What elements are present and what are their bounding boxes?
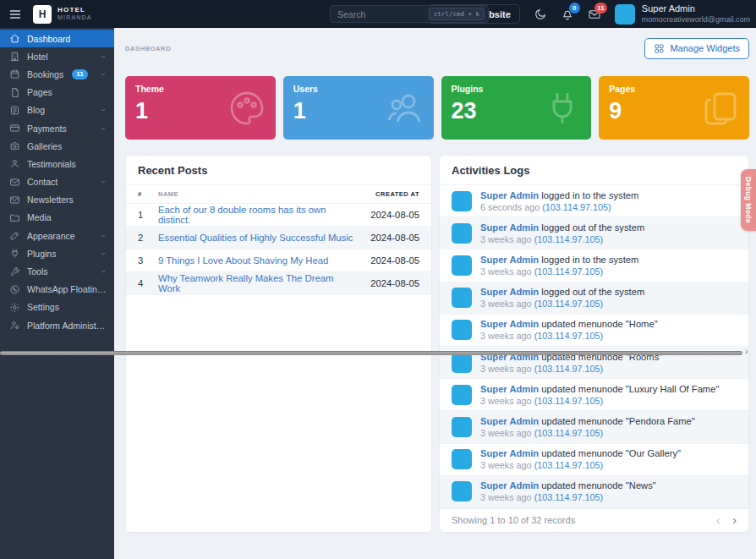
activity-actor-link[interactable]: Super Admin — [480, 480, 539, 490]
sidebar-item[interactable]: Plugins — [0, 244, 114, 262]
activity-row: Super Admin updated menunode "Home" 3 we… — [440, 315, 748, 347]
sidebar-item[interactable]: Payments — [0, 119, 114, 137]
plug-icon — [9, 248, 20, 259]
messages-button[interactable]: 11 — [588, 8, 601, 21]
user-meta[interactable]: Super Admin momocreativeworld@gmail.com — [642, 3, 750, 25]
post-link[interactable]: Essential Qualities of Highly Successful… — [158, 233, 353, 243]
sidebar-item[interactable]: Blog — [0, 101, 114, 119]
activity-ip-link[interactable]: (103.114.97.105) — [534, 492, 603, 502]
chevron-down-icon — [100, 107, 107, 113]
chevron-down-icon — [100, 53, 107, 60]
activity-actor-link[interactable]: Super Admin — [480, 384, 539, 394]
top-header: H HOTEL MIRANDA ctrl/cmd + k View websit… — [0, 0, 756, 28]
hotel-icon — [9, 51, 20, 62]
activity-ip-link[interactable]: (103.114.97.105) — [534, 396, 603, 406]
activity-avatar — [452, 320, 472, 340]
sidebar-item[interactable]: Galleries — [0, 137, 114, 155]
global-search[interactable]: ctrl/cmd + k — [330, 5, 489, 23]
activity-actor-link[interactable]: Super Admin — [480, 448, 539, 458]
sidebar-item-label: Blog — [27, 105, 45, 115]
sidebar-item-label: Dashboard — [27, 34, 70, 44]
activity-ip-link[interactable]: (103.114.97.105) — [534, 364, 603, 374]
activity-avatar — [452, 385, 472, 405]
sidebar-item[interactable]: Settings — [0, 299, 114, 316]
sidebar-item-label: Plugins — [27, 249, 56, 259]
credit-card-icon — [9, 123, 20, 134]
activity-row: Super Admin logged in to the system 3 we… — [440, 249, 748, 282]
activity-ip-link[interactable]: (103.114.97.105) — [534, 234, 603, 244]
activity-time: 3 weeks ago — [480, 234, 534, 244]
moon-icon — [534, 8, 547, 21]
activity-actor-link[interactable]: Super Admin — [480, 222, 539, 233]
sidebar-item-label: WhatsApp Floating Button — [27, 284, 107, 294]
activity-ip-link[interactable]: (103.114.97.105) — [534, 266, 603, 277]
activity-actor-link[interactable]: Super Admin — [480, 287, 539, 297]
activities-logs-card: Activities Logs Super Admin logged in to… — [439, 155, 749, 533]
pagination-prev-button[interactable]: ‹ — [716, 513, 720, 527]
pagination: ‹ › — [716, 513, 737, 527]
recent-posts-table-body: 1 Each of our 8 double rooms has its own… — [126, 204, 431, 295]
dark-mode-toggle[interactable] — [534, 8, 547, 21]
sidebar-item[interactable]: WhatsApp Floating Button — [0, 281, 114, 299]
notifications-button[interactable]: 0 — [561, 8, 574, 21]
chevron-down-icon — [100, 268, 107, 275]
sidebar-item[interactable]: Pages — [0, 84, 114, 101]
sidebar-item[interactable]: Appearance — [0, 227, 114, 244]
activity-ip-link[interactable]: (103.114.97.105) — [534, 428, 603, 438]
person-gear-icon — [9, 320, 20, 331]
post-link[interactable]: Each of our 8 double rooms has its own d… — [158, 205, 326, 225]
sidebar-item-label: Testimonials — [27, 159, 76, 169]
user-avatar[interactable] — [615, 4, 635, 25]
activity-actor-link[interactable]: Super Admin — [480, 255, 539, 265]
activity-actor-link[interactable]: Super Admin — [480, 190, 539, 200]
user-name: Super Admin — [642, 3, 750, 15]
sidebar-item-label: Newsletters — [27, 195, 74, 205]
post-created-at: 2024-08-05 — [360, 233, 419, 243]
chevron-down-icon — [100, 250, 107, 257]
debug-mode-ribbon[interactable]: Debug Mode — [741, 169, 756, 231]
activity-avatar — [452, 223, 472, 244]
sidebar-item[interactable]: Tools — [0, 262, 114, 280]
folder-icon — [9, 212, 20, 223]
activity-actor-link[interactable]: Super Admin — [480, 416, 539, 426]
brand-monogram: H — [39, 8, 47, 20]
post-link[interactable]: Why Teamwork Really Makes The Dream Work — [158, 273, 333, 293]
activity-ip-link[interactable]: (103.114.97.105) — [534, 460, 603, 470]
sidebar-item[interactable]: Contact — [0, 173, 114, 191]
chevron-down-icon — [100, 71, 107, 78]
pagination-next-button[interactable]: › — [732, 513, 737, 527]
brand-logo[interactable]: H — [33, 5, 52, 24]
sidebar-item[interactable]: Platform Administration — [0, 316, 114, 334]
sidebar-item-badge: 11 — [72, 69, 87, 79]
activity-ip-link[interactable]: (103.114.97.105) — [534, 331, 603, 341]
calendar-icon — [9, 69, 20, 79]
search-input[interactable] — [337, 9, 429, 19]
camera-icon — [9, 140, 20, 151]
search-shortcut-badge: ctrl/cmd + k — [429, 8, 485, 20]
activity-avatar — [452, 255, 472, 276]
scrollbar-arrow-icon[interactable]: › — [745, 347, 748, 356]
horizontal-scrollbar-thumb[interactable] — [0, 351, 742, 355]
sidebar-item[interactable]: Dashboard — [0, 30, 114, 47]
hamburger-menu-icon[interactable] — [8, 8, 22, 21]
manage-widgets-button[interactable]: Manage Widgets — [644, 38, 749, 59]
sidebar-item[interactable]: Bookings 11 — [0, 65, 114, 83]
post-created-at: 2024-08-05 — [360, 278, 419, 288]
recent-posts-card: Recent Posts # NAME CREATED AT 1 Each of… — [125, 155, 432, 533]
users-icon — [385, 88, 425, 129]
page-topbar: DASHBOARD Manage Widgets — [125, 38, 749, 58]
activity-action: logged in to the system — [539, 190, 638, 200]
home-icon — [9, 33, 20, 44]
sidebar-item[interactable]: Media — [0, 209, 114, 227]
activity-ip-link[interactable]: (103.114.97.105) — [542, 202, 611, 212]
sidebar-item[interactable]: Newsletters — [0, 191, 114, 209]
activity-ip-link[interactable]: (103.114.97.105) — [534, 299, 603, 309]
activity-avatar — [452, 449, 472, 469]
activity-action: logged out of the system — [539, 222, 644, 233]
post-created-at: 2024-08-05 — [360, 210, 419, 220]
activity-actor-link[interactable]: Super Admin — [480, 319, 539, 329]
activity-action: logged in to the system — [539, 255, 638, 265]
sidebar-item[interactable]: Hotel — [0, 47, 114, 65]
post-link[interactable]: 9 Things I Love About Shaving My Head — [158, 255, 328, 266]
sidebar-item[interactable]: Testimonials — [0, 155, 114, 173]
